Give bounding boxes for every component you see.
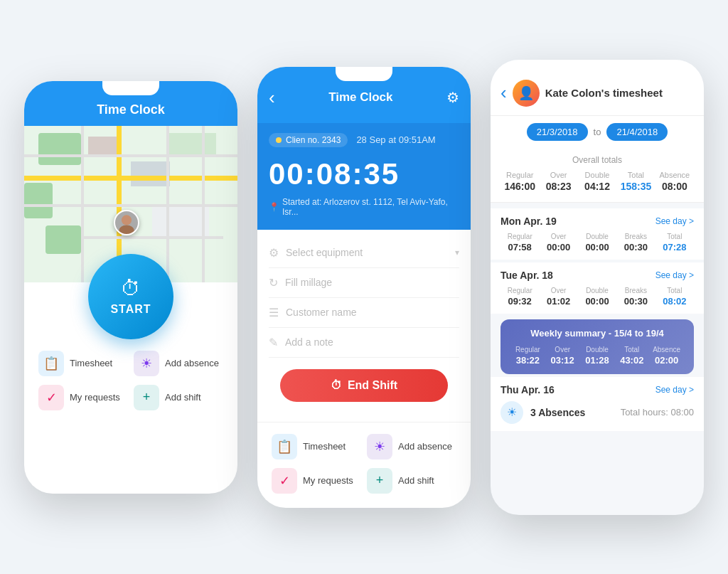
phone3-back-button[interactable]: ‹ [500, 82, 507, 104]
shift-location-text: Started at: Arlozerov st. 1112, Tel Aviv… [282, 197, 459, 217]
phone1-bottom-menu: 📋 Timesheet ☀ Add absence ✓ My requests … [24, 339, 237, 425]
phone1: Time Clock [24, 81, 237, 494]
location-icon: 📍 [269, 202, 279, 212]
phone2-menu-add-shift[interactable]: + Add shift [367, 468, 456, 494]
phone1-menu-add-absence[interactable]: ☀ Add absence [134, 351, 223, 376]
equipment-arrow: ▾ [455, 248, 459, 257]
start-button[interactable]: ⏱ START [88, 254, 173, 339]
map-bldg1 [88, 137, 117, 156]
main-scene: Time Clock [0, 31, 728, 543]
phone1-menu-timesheet[interactable]: 📋 Timesheet [38, 351, 128, 376]
overall-over-value: 08:23 [539, 181, 577, 192]
tue-total: Total 08:02 [655, 287, 694, 307]
map-park2 [24, 183, 53, 218]
weekly-stats-row: Regular 38:22 Over 03:12 Double 01:28 To… [510, 346, 684, 366]
date-from-pill[interactable]: 21/3/2018 [527, 123, 588, 141]
equipment-icon: ⚙ [269, 246, 279, 260]
day-stats-tue: Regular 09:32 Over 01:02 Double 00:00 Br… [500, 287, 694, 307]
overall-total-col: Total 158:35 [616, 171, 655, 192]
phone2-back-button[interactable]: ‹ [269, 87, 275, 109]
millage-icon: ↻ [269, 276, 278, 289]
clock-icon: ⏱ [121, 277, 141, 300]
p2-add-shift-label: Add shift [398, 475, 434, 486]
tue-regular: Regular 09:32 [500, 287, 539, 307]
customer-label: Customer name [286, 307, 357, 318]
timesheet-icon: 📋 [38, 351, 64, 376]
add-absence-icon: ☀ [134, 351, 159, 376]
map-road1 [24, 176, 237, 181]
end-shift-icon: ⏱ [331, 379, 342, 392]
add-shift-icon: + [134, 385, 159, 410]
phone3: ‹ 👤 Kate Colon's timesheet 21/3/2018 to … [491, 60, 704, 515]
p2-my-requests-label: My requests [303, 475, 353, 486]
weekly-regular: Regular 38:22 [510, 346, 545, 366]
note-icon: ✎ [269, 336, 278, 349]
customer-icon: ☰ [269, 306, 279, 319]
day-header-mon: Mon Apr. 19 See day > [500, 216, 694, 227]
phone3-title: Kate Colon's timesheet [545, 87, 694, 99]
p2-add-absence-icon: ☀ [367, 434, 392, 459]
end-shift-label: End Shift [348, 379, 397, 392]
phone2-menu-my-requests[interactable]: ✓ My requests [272, 468, 361, 494]
weekly-total: Total 43:02 [614, 346, 649, 366]
note-row[interactable]: ✎ Add a note [269, 328, 459, 358]
phone2: ‹ Time Clock ⚙ Clien no. 2343 28 Sep at … [257, 67, 471, 508]
start-button-wrap: ⏱ START [24, 254, 237, 339]
shift-date: 28 Sep at 09:51AM [356, 134, 435, 145]
millage-row[interactable]: ↻ Fill millage [269, 268, 459, 298]
absence-row: ☀ 3 Absences Total hours: 08:00 [500, 401, 694, 424]
phone2-menu-timesheet[interactable]: 📋 Timesheet [272, 434, 361, 459]
overall-over-col: Over 08:23 [539, 171, 577, 192]
see-day-tue[interactable]: See day > [655, 270, 694, 280]
tue-over: Over 01:02 [539, 287, 577, 307]
absence-left: ☀ 3 Absences [500, 401, 585, 424]
mon-regular: Regular 07:58 [500, 233, 539, 253]
p2-timesheet-icon: 📋 [272, 434, 297, 459]
p2-add-absence-label: Add absence [398, 441, 452, 452]
weekly-over: Over 03:12 [545, 346, 580, 366]
end-shift-button[interactable]: ⏱ End Shift [280, 369, 448, 402]
overall-double-label: Double [578, 171, 616, 179]
client-badge: Clien no. 2343 [269, 133, 348, 147]
see-day-mon[interactable]: See day > [655, 216, 694, 226]
start-label: START [110, 303, 151, 316]
day-title-thu: Thu Apr. 16 [500, 384, 555, 395]
date-range-row: 21/3/2018 to 21/4/2018 [491, 116, 704, 148]
mon-breaks: Breaks 00:30 [616, 233, 655, 253]
overall-absence-value: 08:00 [655, 181, 694, 192]
my-requests-icon: ✓ [38, 385, 64, 410]
overall-regular-value: 146:00 [500, 181, 539, 192]
millage-label: Fill millage [285, 277, 332, 288]
weekly-absence: Absence 02:00 [649, 346, 684, 366]
see-day-thu[interactable]: See day > [655, 385, 694, 395]
customer-row[interactable]: ☰ Customer name [269, 298, 459, 328]
phone1-menu-add-shift[interactable]: + Add shift [134, 385, 223, 410]
phone1-menu-my-requests[interactable]: ✓ My requests [38, 385, 128, 410]
absence-total-hours: Total hours: 08:00 [621, 407, 694, 418]
phone1-timesheet-label: Timesheet [70, 358, 112, 368]
weekly-summary: Weekly summary - 15/4 to 19/4 Regular 38… [500, 319, 694, 374]
overall-total-value: 158:35 [616, 181, 655, 192]
phone2-title: Time Clock [275, 90, 446, 105]
user-avatar: 👤 [513, 80, 540, 107]
user-location-pin [114, 210, 139, 235]
date-to-pill[interactable]: 21/4/2018 [606, 123, 668, 141]
overall-double-col: Double 04:12 [578, 171, 616, 192]
day-section-tue: Tue Apr. 18 See day > Regular 09:32 Over… [491, 262, 704, 314]
weekly-summary-title: Weekly summary - 15/4 to 19/4 [510, 328, 684, 339]
p2-add-shift-icon: + [367, 468, 392, 494]
p2-my-requests-icon: ✓ [272, 468, 297, 494]
equipment-row[interactable]: ⚙ Select equipment ▾ [269, 238, 459, 268]
day-title-mon: Mon Apr. 19 [500, 216, 557, 227]
map-bldg4 [166, 133, 216, 154]
phone2-settings-button[interactable]: ⚙ [446, 89, 459, 106]
map-park3 [46, 225, 81, 254]
map-park1 [38, 133, 81, 165]
map-road3 [24, 154, 237, 157]
day-section-thu: Thu Apr. 16 See day > ☀ 3 Absences Total… [491, 377, 704, 431]
phone2-menu-add-absence[interactable]: ☀ Add absence [367, 434, 456, 459]
p2-timesheet-label: Timesheet [303, 441, 346, 452]
map-bldg3 [152, 204, 209, 236]
absence-count: 3 Absences [530, 407, 585, 418]
phone1-header: Time Clock [24, 81, 237, 126]
